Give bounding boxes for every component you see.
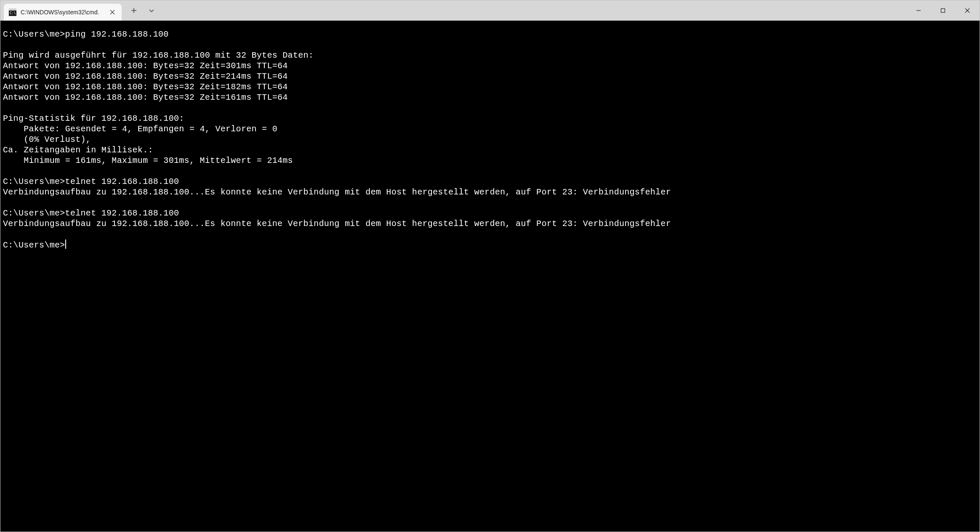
window-controls: [906, 0, 980, 21]
new-tab-button[interactable]: [127, 3, 141, 18]
terminal-line: (0% Verlust),: [3, 134, 977, 145]
terminal-line: Antwort von 192.168.188.100: Bytes=32 Ze…: [3, 92, 977, 103]
terminal-line: Verbindungsaufbau zu 192.168.188.100...E…: [3, 218, 977, 229]
terminal-line: Antwort von 192.168.188.100: Bytes=32 Ze…: [3, 82, 977, 92]
terminal-line: Pakete: Gesendet = 4, Empfangen = 4, Ver…: [3, 124, 977, 134]
terminal-line: [3, 197, 977, 208]
titlebar[interactable]: C:\ C:\WINDOWS\system32\cmd.: [0, 0, 980, 21]
terminal-line: C:\Users\me>ping 192.168.188.100: [3, 29, 977, 40]
svg-rect-1: [9, 8, 16, 11]
maximize-button[interactable]: [931, 0, 955, 21]
svg-rect-8: [941, 9, 945, 13]
terminal-line: Verbindungsaufbau zu 192.168.188.100...E…: [3, 187, 977, 197]
terminal-cursor: [65, 239, 66, 249]
titlebar-drag-region[interactable]: [161, 0, 906, 21]
terminal-line: Ping wird ausgeführt für 192.168.188.100…: [3, 50, 977, 61]
terminal-line: [3, 229, 977, 239]
terminal-line: [3, 40, 977, 50]
cmd-icon: C:\: [9, 8, 16, 16]
terminal-line: Ping-Statistik für 192.168.188.100:: [3, 113, 977, 124]
terminal-line: [3, 103, 977, 113]
tabs-region: C:\ C:\WINDOWS\system32\cmd.: [0, 0, 122, 21]
terminal-line: Antwort von 192.168.188.100: Bytes=32 Ze…: [3, 71, 977, 82]
terminal-line: Minimum = 161ms, Maximum = 301ms, Mittel…: [3, 155, 977, 166]
terminal-window: C:\ C:\WINDOWS\system32\cmd.: [0, 0, 980, 532]
tab-dropdown-button[interactable]: [144, 3, 159, 18]
terminal-line: Antwort von 192.168.188.100: Bytes=32 Ze…: [3, 61, 977, 71]
tab-cmd[interactable]: C:\ C:\WINDOWS\system32\cmd.: [4, 4, 122, 21]
terminal-line: [3, 166, 977, 176]
tab-actions: [122, 0, 161, 21]
terminal-line: Ca. Zeitangaben in Millisek.:: [3, 145, 977, 155]
terminal-line: C:\Users\me>telnet 192.168.188.100: [3, 176, 977, 187]
window-close-button[interactable]: [955, 0, 980, 21]
terminal-prompt: C:\Users\me>: [3, 240, 65, 250]
terminal-output[interactable]: C:\Users\me>ping 192.168.188.100Ping wir…: [0, 21, 980, 532]
terminal-prompt-line[interactable]: C:\Users\me>: [3, 239, 977, 250]
svg-text:C:\: C:\: [10, 11, 16, 15]
terminal-line: C:\Users\me>telnet 192.168.188.100: [3, 208, 977, 218]
tab-title: C:\WINDOWS\system32\cmd.: [21, 9, 103, 16]
tab-close-button[interactable]: [107, 7, 117, 17]
minimize-button[interactable]: [906, 0, 931, 21]
